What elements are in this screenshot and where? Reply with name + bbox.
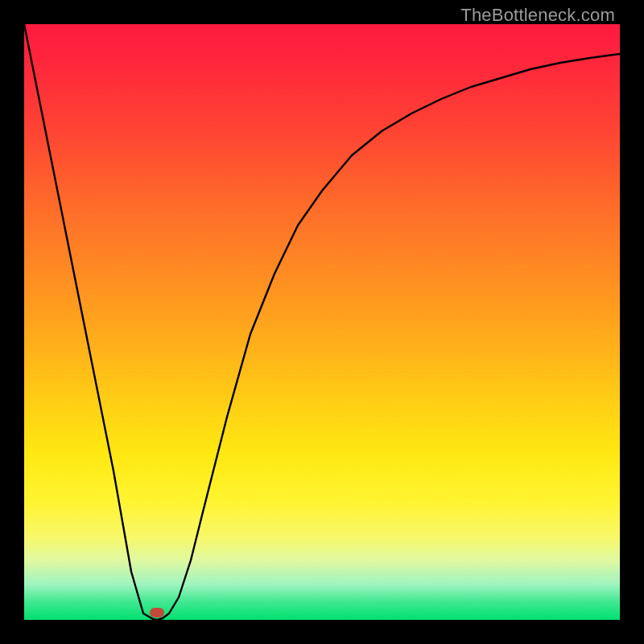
bottleneck-curve [24, 24, 620, 620]
chart-frame: TheBottleneck.com [0, 0, 644, 644]
curve-path [24, 24, 620, 620]
optimum-marker [150, 608, 164, 617]
watermark-text: TheBottleneck.com [460, 5, 615, 26]
